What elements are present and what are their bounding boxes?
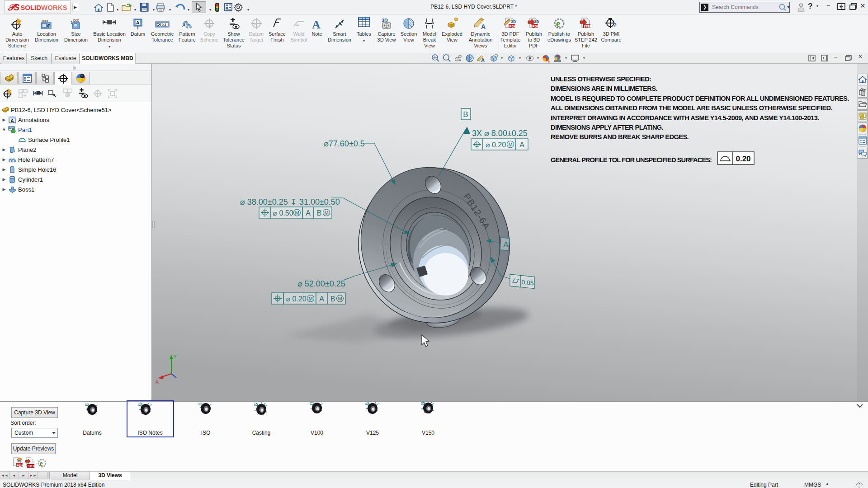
svg-text:M: M xyxy=(308,296,312,301)
svg-text:3D: 3D xyxy=(382,18,388,23)
svg-text:B: B xyxy=(317,209,322,217)
svg-text:e: e xyxy=(556,19,560,28)
svg-text:M: M xyxy=(338,296,342,301)
svg-text:B: B xyxy=(463,110,468,119)
svg-text:0.3: 0.3 xyxy=(162,23,166,26)
svg-text:0.05: 0.05 xyxy=(521,278,533,287)
svg-text:STEP: STEP xyxy=(584,25,592,28)
svg-text:DIMENSIONS ARE IN MILLIMETERS.: DIMENSIONS ARE IN MILLIMETERS. xyxy=(551,85,657,92)
svg-text:INTERPRET DRAWING IN ACCORDANC: INTERPRET DRAWING IN ACCORDANCE WITH ASM… xyxy=(551,114,819,122)
svg-text:3D: 3D xyxy=(534,19,539,24)
svg-text:A: A xyxy=(136,20,139,25)
svg-text:A: A xyxy=(519,141,524,149)
svg-text:PDF: PDF xyxy=(533,24,539,28)
svg-text:MODEL IS REQUIRED TO COMPLETE: MODEL IS REQUIRED TO COMPLETE PRODUCT DE… xyxy=(551,95,849,102)
svg-text:M: M xyxy=(508,142,512,147)
svg-text:M: M xyxy=(324,210,328,216)
svg-text:A: A xyxy=(319,295,324,303)
svg-text:xxx: xxx xyxy=(73,18,79,23)
svg-text:A: A xyxy=(481,57,485,63)
svg-text:M: M xyxy=(295,210,299,216)
svg-text:ALL DIMENSIONS OBTAINED FROM T: ALL DIMENSIONS OBTAINED FROM THE MODEL A… xyxy=(551,104,833,112)
svg-text:⌀ 0.50: ⌀ 0.50 xyxy=(273,209,293,217)
svg-text:A: A xyxy=(481,23,486,30)
svg-text:A: A xyxy=(312,18,321,30)
svg-text:REMOVE BURRS AND BREAK SHARP E: REMOVE BURRS AND BREAK SHARP EDGES. xyxy=(551,133,689,141)
svg-text:B: B xyxy=(330,295,335,303)
svg-text:Y: Y xyxy=(174,354,177,359)
svg-text:⌀ 52.00±0.25: ⌀ 52.00±0.25 xyxy=(297,279,345,288)
svg-text:GENERAL PROFILE TOL FOR UNSPEC: GENERAL PROFILE TOL FOR UNSPECIFIED SURF… xyxy=(551,156,712,164)
svg-text:A: A xyxy=(306,209,311,217)
svg-text:3X ⌀ 8.00±0.25: 3X ⌀ 8.00±0.25 xyxy=(472,129,528,138)
svg-text:⌀ 0.20: ⌀ 0.20 xyxy=(486,141,506,149)
svg-text:⌀ 0.20: ⌀ 0.20 xyxy=(286,295,306,303)
svg-text:AT: AT xyxy=(207,24,212,28)
svg-text:UNLESS OTHERWISE SPECIFIED:: UNLESS OTHERWISE SPECIFIED: xyxy=(551,75,651,83)
svg-text:⌀77.60±0.5: ⌀77.60±0.5 xyxy=(324,139,365,148)
svg-text:⌀ 38.00±0.25 ↧ 31.00±0.50: ⌀ 38.00±0.25 ↧ 31.00±0.50 xyxy=(240,197,340,206)
svg-text:A: A xyxy=(503,240,509,249)
svg-text:A1: A1 xyxy=(254,22,258,26)
svg-text:X: X xyxy=(156,380,159,385)
svg-text:DIMENSIONS APPLY AFTER PLATING: DIMENSIONS APPLY AFTER PLATING. xyxy=(551,124,664,131)
svg-text:3D: 3D xyxy=(511,19,516,24)
svg-text:0.20: 0.20 xyxy=(736,155,750,163)
svg-text:A: A xyxy=(10,118,14,123)
svg-text:PDF: PDF xyxy=(509,24,516,28)
svg-text:?: ? xyxy=(613,22,617,28)
